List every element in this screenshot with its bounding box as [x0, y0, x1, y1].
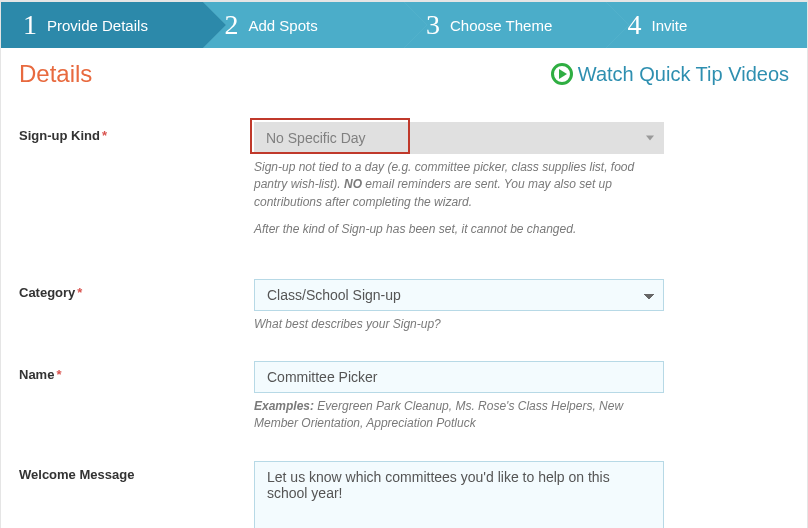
field-welcome-message: Welcome Message Let us know which commit…: [19, 461, 789, 528]
signup-kind-label: Sign-up Kind*: [19, 122, 254, 239]
signup-kind-value: No Specific Day: [266, 130, 366, 146]
wizard-step-4[interactable]: 4 Invite: [606, 2, 808, 48]
field-category: Category* Class/School Sign-up What best…: [19, 279, 789, 333]
required-marker: *: [56, 367, 61, 382]
category-hint: What best describes your Sign-up?: [254, 316, 664, 333]
welcome-message-textarea[interactable]: Let us know which committees you'd like …: [254, 461, 664, 528]
watch-quick-tip-videos-link[interactable]: Watch Quick Tip Videos: [551, 63, 789, 86]
wizard-step-3[interactable]: 3 Choose Theme: [404, 2, 606, 48]
play-icon: [551, 63, 573, 85]
wizard-step-4-num: 4: [628, 11, 642, 39]
welcome-label: Welcome Message: [19, 461, 254, 528]
field-name: Name* Examples: Evergreen Park Cleanup, …: [19, 361, 789, 433]
category-label-text: Category: [19, 285, 75, 300]
quick-tip-link-label: Watch Quick Tip Videos: [578, 63, 789, 86]
wizard-step-1-num: 1: [23, 11, 37, 39]
wizard-step-2[interactable]: 2 Add Spots: [203, 2, 405, 48]
wizard-steps: 1 Provide Details 2 Add Spots 3 Choose T…: [1, 2, 807, 48]
signup-kind-hint-2: After the kind of Sign-up has been set, …: [254, 221, 664, 238]
name-label-text: Name: [19, 367, 54, 382]
wizard-step-1[interactable]: 1 Provide Details: [1, 2, 203, 48]
signup-kind-hint-1: Sign-up not tied to a day (e.g. committe…: [254, 159, 664, 211]
field-signup-kind: Sign-up Kind* No Specific Day Sign-up no…: [19, 122, 789, 239]
required-marker: *: [102, 128, 107, 143]
name-input[interactable]: [254, 361, 664, 393]
wizard-step-2-label: Add Spots: [249, 17, 318, 34]
name-hint: Examples: Evergreen Park Cleanup, Ms. Ro…: [254, 398, 664, 433]
wizard-step-3-label: Choose Theme: [450, 17, 552, 34]
wizard-step-3-num: 3: [426, 11, 440, 39]
category-select[interactable]: Class/School Sign-up: [254, 279, 664, 311]
wizard-step-2-num: 2: [225, 11, 239, 39]
name-label: Name*: [19, 361, 254, 433]
signup-kind-select[interactable]: No Specific Day: [254, 122, 664, 154]
wizard-step-4-label: Invite: [652, 17, 688, 34]
category-label: Category*: [19, 279, 254, 333]
section-title: Details: [19, 60, 92, 88]
signup-kind-label-text: Sign-up Kind: [19, 128, 100, 143]
required-marker: *: [77, 285, 82, 300]
wizard-step-1-label: Provide Details: [47, 17, 148, 34]
